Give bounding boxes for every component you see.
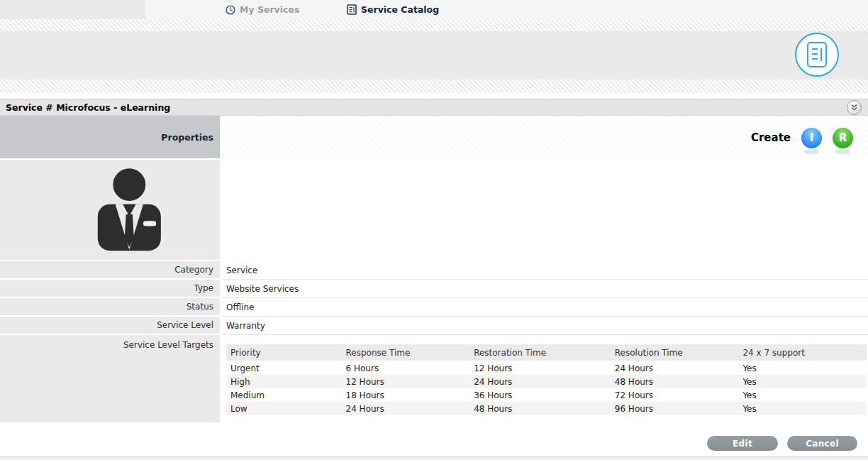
create-label: Create <box>751 131 791 144</box>
type-value: Website Services <box>222 280 868 298</box>
cell: 24 Hours <box>342 402 470 415</box>
businessman-icon <box>82 163 175 256</box>
service-catalog-circle-icon[interactable] <box>795 33 839 77</box>
tab-service-catalog-label: Service Catalog <box>361 4 439 15</box>
status-label: Status <box>0 298 222 317</box>
table-row-medium: Medium 18 Hours 36 Hours 72 Hours Yes <box>226 388 867 402</box>
col-response-time: Response Time <box>342 344 470 361</box>
status-value: Offline <box>222 298 868 317</box>
cell: 12 Hours <box>342 375 470 388</box>
sla-header-row: Priority Response Time Restoration Time … <box>226 344 867 361</box>
catalog-icon <box>347 4 357 15</box>
cell: 18 Hours <box>342 388 470 402</box>
create-request-button[interactable]: R <box>833 128 853 148</box>
service-level-label: Service Level <box>0 317 222 335</box>
catalog-document-icon <box>805 40 829 70</box>
service-level-value: Warranty <box>222 317 868 335</box>
white-gap <box>0 93 868 99</box>
cell: Yes <box>738 388 867 402</box>
cell: Yes <box>738 402 867 415</box>
banner-panel <box>0 31 868 80</box>
collapse-button[interactable] <box>847 100 862 115</box>
col-24x7-support: 24 x 7 support <box>738 344 867 361</box>
field-row-category: Category Service <box>0 261 868 280</box>
cell: 6 Hours <box>342 361 470 375</box>
service-header-bar: Service # Microfocus - eLearning <box>0 99 868 116</box>
cancel-button[interactable]: Cancel <box>787 436 857 451</box>
type-label: Type <box>0 280 222 298</box>
table-row-low: Low 24 Hours 48 Hours 96 Hours Yes <box>226 402 867 415</box>
tab-service-catalog[interactable]: Service Catalog <box>347 0 439 19</box>
targets-table-area: Priority Response Time Restoration Time … <box>222 335 868 424</box>
cell: 36 Hours <box>469 388 611 402</box>
cell: 72 Hours <box>611 388 739 402</box>
divider-hatch-bottom <box>0 80 868 93</box>
cell: 12 Hours <box>469 361 611 375</box>
category-label: Category <box>0 261 222 280</box>
tab-my-services[interactable]: My Services <box>226 0 299 19</box>
service-catalog-page: My Services Service Catalog Service # Mi… <box>0 0 868 460</box>
field-row-service-level: Service Level Warranty <box>0 317 868 335</box>
cell: Medium <box>226 388 342 402</box>
service-avatar <box>82 163 175 256</box>
col-restoration-time: Restoration Time <box>469 344 611 361</box>
service-icon-row <box>0 160 868 261</box>
create-actions-area: Create I R <box>222 116 868 160</box>
table-row-high: High 12 Hours 24 Hours 48 Hours Yes <box>226 375 867 388</box>
divider-hatch-top <box>0 19 868 31</box>
properties-section-row: Properties Create I R <box>0 116 868 160</box>
footer-actions: Edit Cancel <box>0 424 868 456</box>
create-incident-button[interactable]: I <box>801 128 822 148</box>
field-row-type: Type Website Services <box>0 280 868 298</box>
clock-icon <box>226 5 235 15</box>
service-level-targets-label: Service Level Targets <box>0 335 222 424</box>
cell: Urgent <box>226 361 342 375</box>
tab-my-services-label: My Services <box>240 4 299 15</box>
service-icon-cell <box>0 160 222 261</box>
tab-bar: My Services Service Catalog <box>0 0 868 19</box>
service-level-targets-row: Service Level Targets Priority Response … <box>0 335 868 424</box>
cell: 48 Hours <box>469 402 611 415</box>
cell: Yes <box>738 375 867 388</box>
cell: 24 Hours <box>611 361 739 375</box>
cell: Low <box>226 402 342 415</box>
page-title: Service # Microfocus - eLearning <box>0 102 170 113</box>
cell: 24 Hours <box>469 375 611 388</box>
properties-section-label: Properties <box>0 116 222 160</box>
category-value: Service <box>222 261 868 280</box>
col-resolution-time: Resolution Time <box>611 344 739 361</box>
sla-targets-table: Priority Response Time Restoration Time … <box>226 344 867 415</box>
cell: Yes <box>738 361 867 375</box>
col-priority: Priority <box>226 344 342 361</box>
edit-button[interactable]: Edit <box>707 436 778 451</box>
field-row-status: Status Offline <box>0 298 868 317</box>
bottom-strip <box>0 456 868 460</box>
cell: High <box>226 375 342 388</box>
table-row-urgent: Urgent 6 Hours 12 Hours 24 Hours Yes <box>226 361 867 375</box>
service-icon-row-spacer <box>222 160 868 261</box>
double-chevron-down-icon <box>850 104 858 111</box>
cell: 96 Hours <box>611 402 739 415</box>
cell: 48 Hours <box>611 375 739 388</box>
